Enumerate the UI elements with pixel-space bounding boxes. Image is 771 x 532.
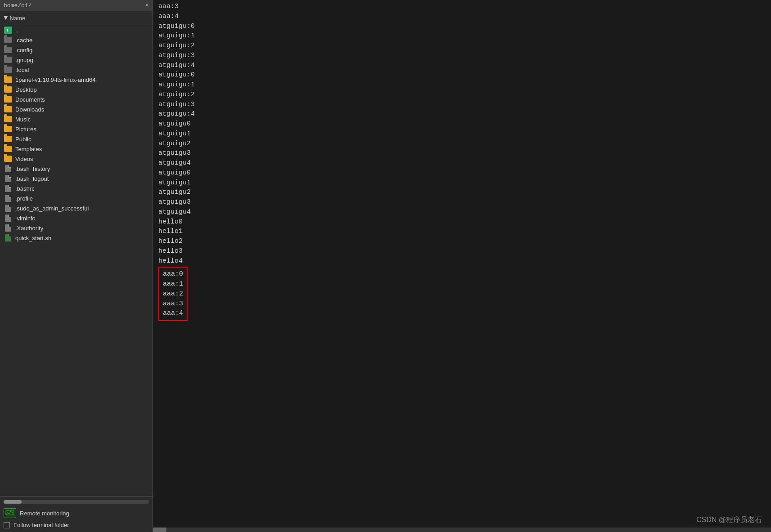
folder-icon (4, 125, 13, 133)
file-icon (4, 185, 13, 192)
file-name: .. (15, 27, 18, 34)
list-item[interactable]: Public (0, 134, 152, 144)
terminal-line: atguigu:4 (158, 61, 766, 71)
list-item[interactable]: .bash_history (0, 164, 152, 174)
terminal-line: hello3 (158, 246, 766, 256)
folder-icon (4, 96, 13, 103)
sort-arrow-icon: ▼ (4, 14, 8, 22)
list-item[interactable]: Documents (0, 94, 152, 104)
terminal-line: atguigu2 (158, 188, 766, 197)
list-item[interactable]: .bashrc (0, 183, 152, 193)
file-name: Music (15, 116, 31, 123)
close-button[interactable]: × (145, 2, 149, 9)
list-item[interactable]: .config (0, 45, 152, 55)
horizontal-scrollbar[interactable] (4, 500, 149, 504)
list-item[interactable]: Videos (0, 154, 152, 164)
file-name: Public (15, 136, 31, 143)
scrollbar-thumb[interactable] (4, 500, 22, 504)
terminal-line: atguigu0 (158, 168, 766, 178)
terminal-line: atguigu:1 (158, 31, 766, 41)
list-item[interactable]: t. .. (0, 25, 152, 35)
follow-folder-item[interactable]: Follow terminal folder (4, 522, 149, 528)
folder-icon (4, 86, 13, 93)
terminal-line: atguigu4 (158, 158, 766, 168)
terminal-line: atguigu:1 (158, 80, 766, 90)
list-item[interactable]: .bash_logout (0, 174, 152, 183)
folder-icon (4, 116, 13, 123)
file-icon (4, 215, 13, 222)
file-name: 1panel-v1.10.9-lts-linux-amd64 (15, 76, 95, 83)
file-name: .bashrc (15, 185, 35, 192)
file-name: .config (15, 47, 32, 54)
file-name: Desktop (15, 86, 37, 93)
list-item[interactable]: Pictures (0, 124, 152, 134)
file-name: .viminfo (15, 215, 36, 222)
list-item[interactable]: .viminfo (0, 213, 152, 223)
file-name: .cache (15, 37, 32, 44)
terminal-line: atguigu1 (158, 129, 766, 139)
terminal-line: atguigu:2 (158, 90, 766, 100)
folder-icon (4, 145, 13, 152)
parent-icon: t. (4, 27, 13, 34)
folder-hidden-icon (4, 66, 13, 73)
watermark: CSDN @程序员老石 (696, 515, 762, 525)
column-header[interactable]: ▼ Name (0, 11, 152, 25)
terminal-line: aaa:4 (158, 12, 766, 22)
folder-icon (4, 155, 13, 162)
terminal-scroll-thumb[interactable] (153, 528, 166, 532)
list-item[interactable]: .cache (0, 35, 152, 45)
list-item[interactable]: .local (0, 65, 152, 75)
list-item[interactable]: .Xauthority (0, 223, 152, 233)
terminal-line: hello0 (158, 217, 766, 227)
folder-hidden-icon (4, 56, 13, 63)
file-name: .local (15, 67, 29, 73)
terminal-line: aaa:3 (158, 2, 766, 12)
file-name: Documents (15, 96, 45, 103)
file-browser-panel: home/ci/ × ▼ Name t. .. .cache .config (0, 0, 153, 532)
folder-icon (4, 135, 13, 143)
list-item[interactable]: .sudo_as_admin_successful (0, 203, 152, 213)
file-icon (4, 224, 13, 232)
name-column-label: Name (10, 15, 26, 22)
terminal-line: atguigu:3 (158, 51, 766, 61)
bottom-panel: Remote monitoring Follow terminal folder (0, 496, 152, 532)
remote-monitoring-label: Remote monitoring (20, 510, 69, 517)
terminal-line: aaa:2 (163, 289, 183, 299)
file-icon (4, 175, 13, 182)
terminal-output: aaa:3 aaa:4 atguigu:0 atguigu:1 atguigu:… (153, 0, 771, 528)
list-item[interactable]: Downloads (0, 104, 152, 114)
file-name: Templates (15, 146, 42, 152)
follow-folder-checkbox[interactable] (4, 522, 10, 528)
file-name: .sudo_as_admin_successful (15, 205, 89, 212)
list-item[interactable]: .profile (0, 193, 152, 203)
terminal-line: hello1 (158, 227, 766, 237)
terminal-panel: aaa:3 aaa:4 atguigu:0 atguigu:1 atguigu:… (153, 0, 771, 532)
folder-hidden-icon (4, 46, 13, 54)
file-icon (4, 195, 13, 202)
terminal-line: atguigu:4 (158, 109, 766, 119)
list-item[interactable]: Desktop (0, 85, 152, 94)
list-item[interactable]: Music (0, 114, 152, 124)
terminal-line: aaa:1 (163, 279, 183, 289)
list-item[interactable]: .gnupg (0, 55, 152, 65)
terminal-line: atguigu0 (158, 119, 766, 129)
file-name: Videos (15, 156, 33, 162)
terminal-line: hello4 (158, 256, 766, 266)
terminal-line: atguigu2 (158, 139, 766, 149)
list-item[interactable]: quick_start.sh (0, 233, 152, 243)
folder-icon (4, 106, 13, 113)
terminal-line: atguigu:2 (158, 41, 766, 51)
list-item[interactable]: Templates (0, 144, 152, 154)
list-item[interactable]: 1panel-v1.10.9-lts-linux-amd64 (0, 75, 152, 85)
file-name: .Xauthority (15, 225, 43, 232)
file-name: Downloads (15, 106, 44, 113)
terminal-line: hello2 (158, 237, 766, 246)
terminal-horizontal-scrollbar[interactable] (153, 528, 771, 532)
terminal-line: atguigu:0 (158, 22, 766, 31)
path-bar: home/ci/ × (0, 0, 152, 11)
folder-hidden-icon (4, 36, 13, 44)
current-path: home/ci/ (4, 2, 31, 9)
remote-monitoring-item[interactable]: Remote monitoring (4, 508, 149, 518)
monitor-svg (5, 510, 14, 516)
file-icon (4, 165, 13, 172)
